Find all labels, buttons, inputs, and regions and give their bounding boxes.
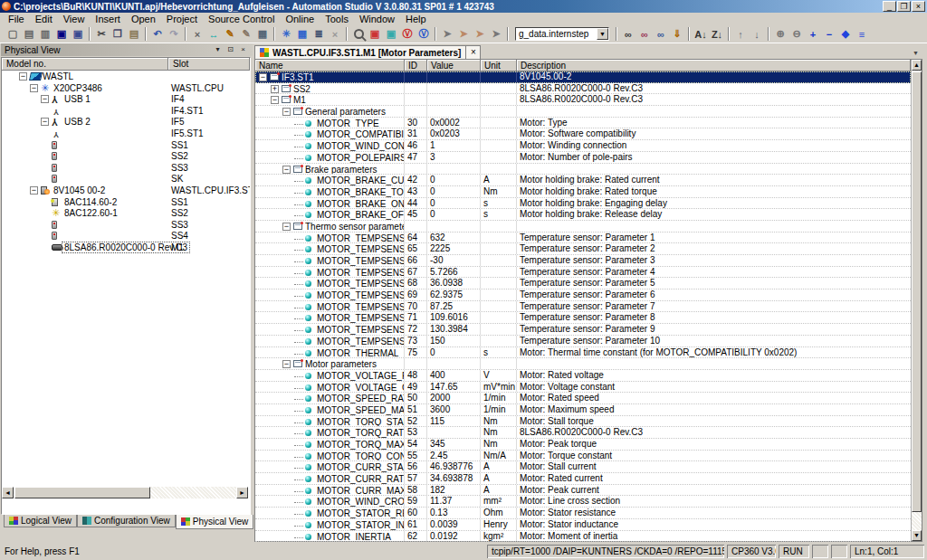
tree-item-ss3[interactable]: SS3 [2,162,250,174]
table-row-motor-thermal-const[interactable]: MOTOR_THERMAL_CONST750sMotor: Thermal ti… [255,347,911,359]
tree-item-ss3[interactable]: SS3 [2,219,250,231]
table-row-motor-tempsens-par3[interactable]: MOTOR_TEMPSENS_PAR366-30Temperature sens… [255,255,911,267]
find-next-icon[interactable]: ∞ [636,26,653,42]
close-tab-icon[interactable]: × [466,45,481,59]
table-row-motor-parameters[interactable]: −Motor parameters [255,358,911,370]
tree-item-label[interactable]: 8AC122.60-1 [64,208,118,218]
cursor-mode-icon[interactable]: ➤ [488,26,504,42]
table-row-motor-wind-connect[interactable]: MOTOR_WIND_CONNECT461Motor: Winding conn… [255,140,911,152]
menu-project[interactable]: Project [161,14,203,25]
table-row-motor-brake-on-time[interactable]: MOTOR_BRAKE_ON_TIME440sMotor holding bra… [255,198,911,210]
tree-item-x20cp3486[interactable]: −X20CP3486WASTL.CPU [2,82,250,94]
collapse-icon[interactable]: − [282,360,291,368]
build-icon[interactable]: ✳ [278,26,294,42]
table-row-thermo-sensor-parameters[interactable]: −Thermo sensor parameters [255,221,911,233]
table-row-motor-tempsens-par9[interactable]: MOTOR_TEMPSENS_PAR972130.3984Temperature… [255,324,911,336]
tree-item-8ac122-60-1[interactable]: 8AC122.60-1SS2 [2,207,250,219]
properties-icon[interactable]: ▦ [254,26,271,42]
undo-icon[interactable]: ↶ [149,26,166,42]
tree-item-label[interactable]: X20CP3486 [53,83,102,93]
minimize-button[interactable]: _ [883,1,896,12]
table-row-motor-compatibility[interactable]: MOTOR_COMPATIBILITY310x0203Motor: Softwa… [255,128,911,140]
collapse-icon[interactable]: − [30,186,38,195]
cut-icon[interactable]: ✂ [93,26,110,42]
table-row-motor-stator-resistance[interactable]: MOTOR_STATOR_RESISTANCE600.13OhmMotor: S… [255,508,911,519]
cursor-icon[interactable]: ➤ [439,26,455,42]
menu-tools[interactable]: Tools [320,14,354,25]
tree-item-usb-2[interactable]: −USB 2IF5 [2,116,250,128]
table-row-motor-stator-inductance[interactable]: MOTOR_STATOR_INDUCTANCE610.0039HenryMoto… [255,519,911,531]
restore-button[interactable]: ❐ [897,1,911,12]
table-row-motor-tempsens-par7[interactable]: MOTOR_TEMPSENS_PAR77087.25Temperature se… [255,301,911,313]
menu-file[interactable]: File [3,14,30,25]
panel-caption[interactable]: Physical View ▾⊡× [1,43,253,56]
new-file-icon[interactable]: ▢ [5,26,21,42]
tree-item-sk[interactable]: SK [2,173,250,185]
scroll-right-icon[interactable]: ► [236,487,248,498]
menu-source-control[interactable]: Source Control [203,14,280,25]
table-row-brake-parameters[interactable]: −Brake parameters [255,164,911,176]
tree-item-usb-1[interactable]: −USB 1IF4 [2,93,250,105]
tree-item-8lsa86-r0020c000-0-rev-c3[interactable]: 8LSA86.R0020C000-0 Rev.C3M1 [2,242,250,253]
variable-force-icon[interactable]: Ⓥ [416,26,432,42]
menu-online[interactable]: Online [280,14,320,25]
tab-physical-view[interactable]: Physical View [176,515,254,529]
table-row-m1[interactable]: −M18LSA86.R0020C000-0 Rev.C3 [255,94,911,106]
combo-dropdown-icon[interactable]: ▼ [597,28,608,40]
move-up-icon[interactable]: ↑ [732,26,749,42]
find-icon[interactable]: ∞ [620,26,636,42]
collapse-icon[interactable]: − [271,96,279,104]
table-row-motor-tempsens-par4[interactable]: MOTOR_TEMPSENS_PAR4675.7266Temperature s… [255,267,911,279]
save-all-icon[interactable]: ▣ [70,26,86,42]
move-down-icon[interactable]: ↓ [749,26,765,42]
table-row-motor-torq-max[interactable]: MOTOR_TORQ_MAX54345NmMotor: Peak torque [255,439,911,451]
tree-item-if4-st1[interactable]: IF4.ST1 [2,105,250,117]
tree-item-8ac114-60-2[interactable]: 8AC114.60-2SS1 [2,196,250,208]
table-row-motor-voltage-const[interactable]: MOTOR_VOLTAGE_CONST49147.65mV*minMotor: … [255,382,911,394]
tree-item-label[interactable]: USB 1 [64,94,91,104]
table-row-motor-brake-curr-rated[interactable]: MOTOR_BRAKE_CURR_RATED420AMotor holding … [255,175,911,186]
tab-list-dropdown-icon[interactable]: ▼ [913,50,919,56]
table-row-general-parameters[interactable]: −General parameters [255,106,911,118]
table-row-motor-tempsens-par10[interactable]: MOTOR_TEMPSENS_PAR1073150Temperature sen… [255,336,911,347]
collapse-icon[interactable]: − [19,72,27,81]
collapse-icon[interactable]: − [282,166,291,174]
table-row-motor-inertia[interactable]: MOTOR_INERTIA620.0192kgm²Motor: Moment o… [255,531,911,543]
tree-item-label[interactable]: 8V1045 00-2 [53,185,105,195]
zoom-icon[interactable] [350,26,367,42]
menu-insert[interactable]: Insert [90,14,126,25]
column-header-unit[interactable]: Unit [481,60,517,71]
tree-item-ss2[interactable]: SS2 [2,150,250,162]
tree-item-ss4[interactable]: SS4 [2,230,250,242]
watch-variable-combo[interactable]: g_data.internstep▼ [515,27,609,41]
tree-item-ss1[interactable]: SS1 [2,139,250,151]
close-icon[interactable]: × [237,44,249,55]
bookmark-icon[interactable]: ⇓ [669,26,685,42]
tree-item-8v1045-00-2[interactable]: −8V1045 00-2WASTL.CPU.IF3.ST1 [2,185,250,196]
monitor-icon[interactable]: ▣ [383,26,399,42]
watch-icon[interactable]: ▣ [367,26,383,42]
new-object-icon[interactable]: ▥ [37,26,53,42]
table-row-if3-st1[interactable]: −IF3.ST18V1045.00-2 [255,71,911,83]
save-icon[interactable]: ▣ [53,26,70,42]
transfer-icon[interactable]: ↔ [205,26,222,42]
scroll-up-icon[interactable]: ▲ [912,60,922,71]
table-row-motor-brake-off-time[interactable]: MOTOR_BRAKE_OFF_TIME450sMotor holding br… [255,209,911,221]
scrollbar-thumb[interactable] [912,71,922,512]
redo-icon[interactable]: ↷ [166,26,182,42]
table-row-ss2[interactable]: +SS28LSA86.R0020C000-0 Rev.C3 [255,83,911,95]
tree-item-label[interactable]: USB 2 [64,117,91,127]
check-icon[interactable]: ≣ [311,26,327,42]
tab-motor-parameters[interactable]: WASTL.CPU.IF3.ST1.M1 [Motor Parameters] [254,45,466,59]
variable-watch-icon[interactable]: Ⓥ [399,26,416,42]
cursor-select-icon[interactable]: ➤ [455,26,472,42]
collapse-icon[interactable]: − [282,223,291,231]
close-button[interactable]: × [912,1,925,12]
compare-icon[interactable]: ⊖ [788,26,805,42]
table-row-motor-speed-max[interactable]: MOTOR_SPEED_MAX5136001/minMotor: Maximum… [255,404,911,416]
tree-item-label[interactable]: 8AC114.60-2 [64,197,117,207]
table-row-motor-curr-stall[interactable]: MOTOR_CURR_STALL5646.938776AMotor: Stall… [255,461,911,473]
tree-item-label[interactable]: WASTL [43,71,73,81]
add-icon[interactable]: + [805,26,821,42]
collapse-icon[interactable]: − [41,95,49,103]
